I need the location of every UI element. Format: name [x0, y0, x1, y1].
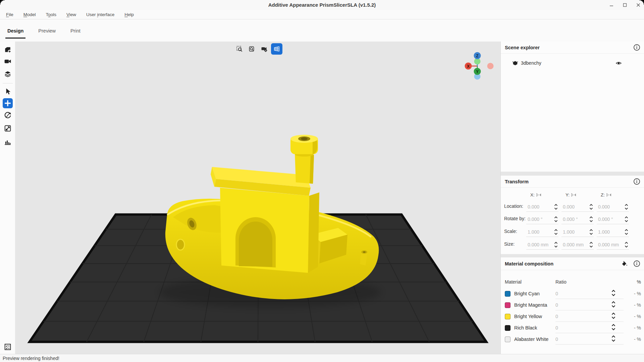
material-row-alabaster-white: Alabaster White 0 - %	[501, 334, 644, 345]
color-swatch	[505, 302, 511, 308]
stepper[interactable]	[589, 204, 593, 210]
scale-tool-icon[interactable]	[4, 125, 11, 132]
tab-design[interactable]: Design	[0, 20, 31, 42]
menu-help[interactable]: Help	[124, 12, 134, 17]
mirror-z-icon[interactable]	[606, 192, 612, 197]
size-row: Size: 0.000 mm 0.000 mm 0.000 mm	[501, 239, 644, 250]
statistics-icon[interactable]	[4, 138, 11, 145]
window-title: Additive Appearance PrismSlicerSLA (v1.5…	[0, 0, 644, 10]
menu-tools[interactable]: Tools	[46, 12, 57, 17]
rotate-z-input[interactable]: 0.000 °	[597, 214, 629, 224]
title-bar: Additive Appearance PrismSlicerSLA (v1.5…	[0, 0, 644, 10]
layers-icon[interactable]	[4, 70, 11, 78]
rotate-tool-icon[interactable]	[4, 111, 11, 119]
stepper[interactable]	[611, 301, 615, 308]
visibility-eye-icon[interactable]	[615, 59, 622, 67]
select-tool-icon[interactable]	[4, 88, 11, 95]
stepper[interactable]	[611, 290, 615, 296]
ratio-input[interactable]: 0	[555, 325, 558, 330]
stepper[interactable]	[611, 335, 615, 342]
viewport-3d[interactable]: Z X Y	[15, 42, 500, 354]
stepper[interactable]	[554, 242, 558, 248]
add-model-icon[interactable]	[4, 46, 11, 53]
tab-print[interactable]: Print	[63, 20, 88, 42]
stepper[interactable]	[611, 312, 615, 319]
rotate-x-input[interactable]: 0.000 °	[526, 214, 558, 224]
scene-canvas	[15, 42, 500, 354]
material-info-icon[interactable]	[633, 260, 640, 267]
ratio-input[interactable]: 0	[555, 337, 558, 342]
color-swatch	[505, 337, 511, 342]
perspective-grid-toggle[interactable]	[271, 43, 282, 55]
location-x-input[interactable]: 0.000	[526, 202, 558, 212]
stepper[interactable]	[589, 242, 593, 248]
material-row-bright-magenta: Bright Magenta 0 - %	[501, 300, 644, 311]
menu-user-interface[interactable]: User interface	[86, 12, 114, 17]
maximize-button[interactable]	[623, 3, 627, 7]
paint-bucket-icon[interactable]	[620, 260, 628, 267]
scale-x-input[interactable]: 1.000	[526, 227, 558, 237]
location-y-input[interactable]: 0.000	[561, 202, 594, 212]
orientation-gizmo[interactable]: Z X Y	[462, 47, 498, 84]
stepper[interactable]	[611, 324, 615, 330]
task-list-icon[interactable]	[4, 343, 11, 351]
size-y-input[interactable]: 0.000 mm	[561, 240, 594, 250]
material-row-rich-black: Rich Black 0 - %	[501, 322, 644, 334]
minimize-button[interactable]	[609, 3, 614, 7]
scene-item-label: 3dbenchy	[521, 60, 541, 66]
camera-icon[interactable]	[4, 58, 11, 65]
material-row-bright-yellow: Bright Yellow 0 - %	[501, 311, 644, 322]
stepper[interactable]	[589, 229, 593, 235]
rotate-y-input[interactable]: 0.000 °	[561, 214, 594, 224]
transform-title: Transform	[505, 179, 633, 184]
percent-value: - %	[634, 291, 641, 296]
scene-info-icon[interactable]	[633, 44, 640, 51]
viewport-toolbar	[234, 43, 282, 55]
col-ratio: Ratio	[555, 279, 567, 285]
transform-info-icon[interactable]	[633, 178, 640, 185]
col-percent: %	[637, 279, 641, 285]
axis-y-header: Y:	[566, 192, 577, 197]
window-corner-left	[0, 0, 5, 5]
zoom-to-selection-button[interactable]	[234, 43, 245, 55]
ratio-input[interactable]: 0	[555, 302, 558, 308]
location-row: Location: 0.000 0.000 0.000	[501, 201, 644, 213]
transform-section: Transform X: Y: Z:	[501, 176, 644, 254]
size-x-input[interactable]: 0.000 mm	[526, 240, 558, 250]
stepper[interactable]	[554, 216, 558, 222]
svg-text:Z: Z	[476, 54, 478, 58]
zoom-to-fit-button[interactable]	[246, 43, 258, 55]
stepper[interactable]	[554, 229, 558, 235]
percent-value: - %	[634, 314, 641, 319]
tab-preview[interactable]: Preview	[31, 20, 63, 42]
axis-z-header: Z:	[601, 192, 612, 197]
percent-value: - %	[634, 337, 641, 342]
menu-model[interactable]: Model	[23, 12, 36, 17]
scene-explorer-title: Scene explorer	[505, 45, 633, 50]
menu-file[interactable]: File	[6, 12, 13, 17]
stepper[interactable]	[625, 204, 628, 210]
menu-bar: File Model Tools View User interface Hel…	[0, 10, 644, 19]
toolbar-divider	[3, 83, 13, 83]
size-z-input[interactable]: 0.000 mm	[597, 240, 629, 250]
material-title: Material composition	[505, 261, 620, 266]
model-box-icon	[512, 60, 518, 66]
reset-camera-button[interactable]	[259, 43, 270, 55]
left-toolbar	[0, 42, 15, 354]
location-z-input[interactable]: 0.000	[597, 202, 629, 212]
ratio-input[interactable]: 0	[555, 291, 558, 296]
stepper[interactable]	[625, 229, 628, 235]
mirror-y-icon[interactable]	[571, 192, 577, 197]
stepper[interactable]	[554, 204, 558, 210]
stepper[interactable]	[589, 216, 593, 222]
move-tool-button[interactable]	[3, 98, 13, 108]
stepper[interactable]	[625, 216, 628, 222]
scale-y-input[interactable]: 1.000	[561, 227, 594, 237]
gizmo-neg-x	[487, 63, 494, 69]
scene-item-3dbenchy[interactable]: 3dbenchy	[501, 57, 644, 69]
ratio-input[interactable]: 0	[555, 314, 558, 319]
mirror-x-icon[interactable]	[536, 192, 542, 197]
scale-z-input[interactable]: 1.000	[597, 227, 629, 237]
stepper[interactable]	[625, 242, 628, 248]
menu-view[interactable]: View	[66, 12, 76, 17]
